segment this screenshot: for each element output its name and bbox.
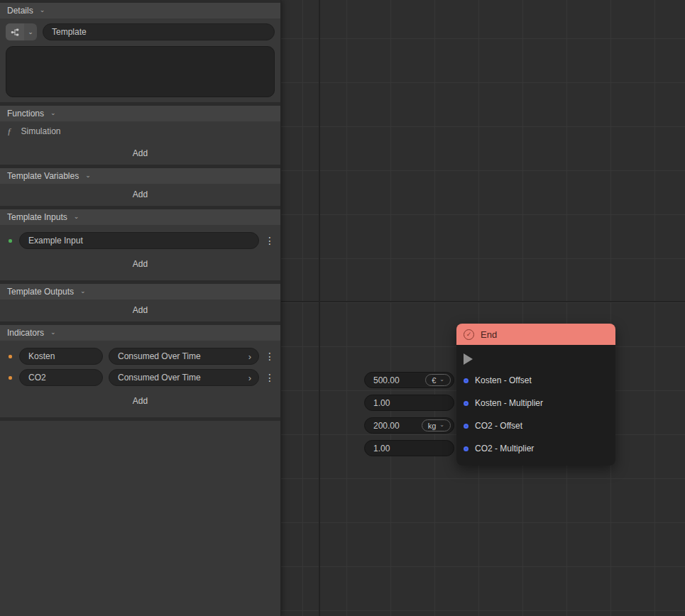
port-label: CO2 - Multiplier: [475, 444, 534, 453]
kebab-menu-icon[interactable]: ⋮: [265, 372, 273, 383]
chevron-right-icon: ›: [248, 373, 251, 383]
template-input-name-field[interactable]: Example Input: [19, 232, 259, 249]
end-node-header[interactable]: ✓ End: [456, 324, 615, 345]
kebab-menu-icon[interactable]: ⋮: [265, 351, 273, 362]
details-panel: Details ⌄ ⌄ Template: [0, 0, 280, 106]
node-port-row: Kosten - Multiplier: [456, 392, 615, 414]
template-outputs-panel-header[interactable]: Template Outputs ⌄: [0, 284, 280, 299]
panel-title: Template Inputs: [7, 212, 67, 222]
functions-panel-header[interactable]: Functions ⌄: [0, 106, 280, 121]
port-label: Kosten - Multiplier: [475, 398, 543, 408]
value-text: 200.00: [373, 421, 400, 431]
chevron-down-icon: ⌄: [74, 213, 80, 220]
function-item-simulation[interactable]: ƒ Simulation: [0, 121, 280, 143]
chevron-down-icon: ⌄: [439, 377, 444, 383]
template-inputs-panel-header[interactable]: Template Inputs ⌄: [0, 209, 280, 225]
node-port-row: CO2 - Multiplier: [456, 437, 615, 460]
port-label: Kosten - Offset: [475, 375, 532, 385]
canvas-axis-vertical: [319, 0, 320, 616]
functions-panel: Functions ⌄ ƒ Simulation Add: [0, 106, 280, 168]
indicator-row: CO2 Consumed Over Time › ⋮: [7, 369, 273, 386]
input-port[interactable]: [464, 424, 468, 429]
template-inputs-panel: Template Inputs ⌄ Example Input ⋮ Add: [0, 209, 280, 284]
chevron-down-icon: ⌄: [50, 329, 56, 336]
add-template-input-button[interactable]: Add: [6, 253, 275, 275]
chevron-right-icon: ›: [248, 352, 251, 361]
unit-dropdown[interactable]: € ⌄: [425, 374, 451, 386]
unit-dropdown[interactable]: kg ⌄: [422, 419, 451, 431]
chevron-down-icon: ⌄: [50, 109, 56, 116]
input-port[interactable]: [464, 446, 468, 451]
indicators-panel: Indicators ⌄ Kosten Consumed Over Time ›…: [0, 325, 280, 421]
node-canvas[interactable]: 500.00 € ⌄ 1.00 200.00 kg ⌄ 1.00 ✓ End: [281, 0, 685, 616]
value-field[interactable]: 1.00: [364, 440, 454, 456]
function-icon: ƒ: [7, 126, 12, 137]
canvas-axis-horizontal: [281, 301, 685, 302]
template-variables-panel-header[interactable]: Template Variables ⌄: [0, 168, 280, 184]
node-type-dropdown[interactable]: ⌄: [6, 23, 37, 40]
indicator-row: Kosten Consumed Over Time › ⋮: [7, 348, 273, 365]
value-text: 1.00: [373, 444, 390, 453]
add-template-variable-button[interactable]: Add: [0, 184, 280, 206]
value-field[interactable]: 1.00: [364, 395, 454, 411]
chevron-down-icon: ⌄: [85, 172, 91, 179]
node-graph-icon: [6, 23, 24, 40]
node-port-row: Kosten - Offset: [456, 369, 615, 392]
input-type-dot: [9, 239, 12, 243]
panel-title: Template Outputs: [7, 287, 74, 297]
template-outputs-panel: Template Outputs ⌄ Add: [0, 284, 280, 325]
template-input-row: Example Input ⋮: [7, 232, 273, 249]
add-template-output-button[interactable]: Add: [0, 299, 280, 321]
port-label: CO2 - Offset: [475, 421, 522, 431]
end-node-body: Kosten - Offset Kosten - Multiplier CO2 …: [456, 345, 615, 466]
value-field[interactable]: 500.00 € ⌄: [364, 372, 454, 388]
value-text: 500.00: [373, 375, 400, 385]
unit-label: kg: [428, 422, 437, 430]
chevron-down-icon: ⌄: [80, 287, 86, 295]
indicator-type-dot: [9, 355, 12, 358]
panel-title: Functions: [7, 109, 44, 119]
indicator-mode-select[interactable]: Consumed Over Time ›: [109, 369, 259, 386]
end-node[interactable]: ✓ End Kosten - Offset Kosten - Multiplie…: [456, 324, 615, 466]
input-port[interactable]: [464, 401, 468, 406]
panel-title: Template Variables: [7, 171, 79, 181]
value-text: 1.00: [373, 398, 390, 408]
indicators-panel-header[interactable]: Indicators ⌄: [0, 325, 280, 341]
panel-title: Indicators: [7, 328, 44, 338]
check-circle-icon: ✓: [464, 329, 474, 340]
function-label: Simulation: [21, 126, 61, 136]
details-panel-header[interactable]: Details ⌄: [0, 3, 280, 18]
indicator-name-field[interactable]: Kosten: [19, 348, 103, 365]
chevron-down-icon: ⌄: [24, 23, 37, 40]
description-textarea[interactable]: [6, 46, 275, 97]
indicator-type-dot: [9, 376, 12, 380]
node-port-row: CO2 - Offset: [456, 414, 615, 437]
unit-label: €: [432, 376, 436, 385]
template-variables-panel: Template Variables ⌄ Add: [0, 168, 280, 209]
chevron-down-icon: ⌄: [40, 6, 45, 13]
panel-title: Details: [7, 6, 33, 16]
node-input-fields: 500.00 € ⌄ 1.00 200.00 kg ⌄ 1.00: [364, 372, 454, 456]
kebab-menu-icon[interactable]: ⋮: [265, 235, 273, 246]
add-function-button[interactable]: Add: [0, 143, 280, 165]
value-field[interactable]: 200.00 kg ⌄: [364, 417, 454, 434]
template-name-input[interactable]: Template: [43, 23, 275, 40]
chevron-down-icon: ⌄: [439, 422, 444, 428]
sidebar: Details ⌄ ⌄ Template: [0, 0, 281, 616]
execution-port-icon[interactable]: [464, 353, 473, 365]
indicator-mode-label: Consumed Over Time: [118, 351, 201, 361]
indicator-name-field[interactable]: CO2: [19, 369, 103, 386]
input-port[interactable]: [464, 378, 468, 383]
node-title: End: [481, 329, 497, 340]
indicator-mode-label: Consumed Over Time: [118, 373, 201, 383]
add-indicator-button[interactable]: Add: [6, 390, 275, 412]
indicator-mode-select[interactable]: Consumed Over Time ›: [109, 348, 259, 365]
